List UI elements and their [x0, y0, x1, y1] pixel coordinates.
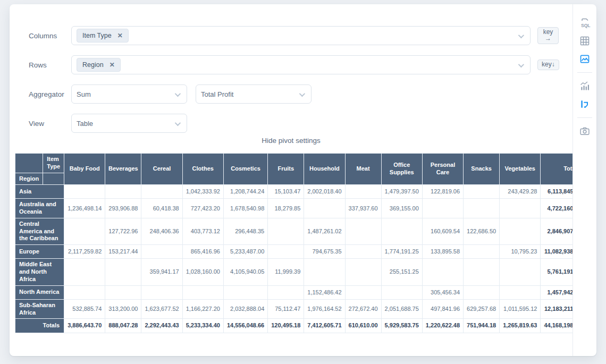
column-total-cell: 5,233,334.40	[182, 319, 223, 333]
column-header: Meat	[345, 154, 381, 185]
rows-key-order-button[interactable]: key↓	[537, 60, 559, 70]
value-cell: 2,051,688.75	[381, 299, 422, 319]
value-cell	[64, 259, 105, 285]
value-cell	[345, 245, 381, 259]
column-total-cell: 2,292,443.43	[141, 319, 182, 333]
row-total-cell: 12,183,211.40	[541, 299, 573, 319]
value-cell	[345, 259, 381, 285]
arrow-right-icon: →	[542, 35, 554, 43]
table-row: Sub-Saharan Africa532,885.74313,200.001,…	[15, 299, 573, 319]
value-cell	[64, 185, 105, 199]
row-header: Europe	[15, 245, 64, 259]
arrow-down-icon: ↓	[552, 61, 555, 68]
value-cell	[304, 259, 345, 285]
rows-tag-label: Region	[82, 61, 104, 69]
value-cell	[345, 185, 381, 199]
table-icon[interactable]	[579, 35, 591, 47]
columns-key-order-button[interactable]: key →	[537, 27, 559, 44]
value-cell: 1,976,164.52	[304, 299, 345, 319]
value-cell	[381, 218, 422, 244]
columns-tag[interactable]: Item Type ✕	[77, 29, 129, 43]
value-cell	[141, 185, 182, 199]
value-cell	[223, 285, 267, 299]
columns-select[interactable]: Item Type ✕	[71, 26, 531, 45]
table-row: Australia and Oceania1,236,498.14293,906…	[15, 199, 573, 218]
value-cell	[422, 259, 463, 285]
totals-row: Totals3,886,643.70888,047.282,292,443.43…	[15, 319, 573, 333]
value-cell: 248,406.36	[141, 218, 182, 244]
column-header: Household	[304, 154, 345, 185]
column-total-cell: 120,495.18	[268, 319, 304, 333]
column-total-cell: 1,220,622.48	[422, 319, 463, 333]
table-row: Central America and the Caribbean127,722…	[15, 218, 573, 244]
value-cell	[141, 245, 182, 259]
view-row: View Table	[29, 114, 573, 133]
sidebar-divider	[577, 117, 592, 118]
value-cell	[464, 199, 500, 218]
pivot-panel: Columns Item Type ✕ key → Rows R	[10, 4, 596, 356]
image-icon[interactable]	[579, 53, 591, 65]
row-header: Middle East and North Africa	[15, 259, 64, 285]
svg-text:SQL: SQL	[581, 23, 590, 28]
chart-icon[interactable]	[579, 80, 591, 92]
row-header: Central America and the Caribbean	[15, 218, 64, 244]
row-header: Australia and Oceania	[15, 199, 64, 218]
camera-icon[interactable]	[579, 125, 591, 137]
rows-row: Rows Region ✕ key↓	[29, 55, 573, 74]
pivot-table-head: Item TypeBaby FoodBeveragesCerealClothes…	[15, 154, 573, 185]
value-cell: 1,208,744.24	[223, 185, 267, 199]
aggregator-field-select[interactable]: Total Profit	[196, 84, 312, 104]
value-cell: 18,279.85	[268, 199, 304, 218]
value-cell: 1,623,677.52	[141, 299, 182, 319]
value-cell	[422, 199, 463, 218]
value-cell: 865,416.96	[182, 245, 223, 259]
row-total-cell: 11,082,938.63	[541, 245, 573, 259]
table-row: Middle East and North Africa359,941.171,…	[15, 259, 573, 285]
rows-tag-remove-icon[interactable]: ✕	[110, 62, 115, 68]
row-total-cell: 2,846,907.85	[541, 218, 573, 244]
value-cell: 127,722.96	[105, 218, 141, 244]
value-cell: 1,774,191.25	[381, 245, 422, 259]
totals-column-header: Totals	[541, 154, 573, 185]
chevron-down-icon	[175, 120, 181, 126]
table-row: Europe2,117,259.82153,217.44865,416.965,…	[15, 245, 573, 259]
pivot-icon[interactable]	[579, 98, 591, 110]
aggregator-select[interactable]: Sum	[71, 84, 187, 104]
column-total-cell: 1,265,819.63	[500, 319, 541, 333]
rows-tag[interactable]: Region ✕	[77, 58, 121, 72]
blank-header-cell	[43, 173, 64, 185]
column-total-cell: 5,929,583.75	[381, 319, 422, 333]
hide-pivot-settings-link[interactable]: Hide pivot settings	[10, 137, 573, 145]
value-cell: 403,773.12	[182, 218, 223, 244]
value-cell: 1,487,261.02	[304, 218, 345, 244]
value-cell	[105, 285, 141, 299]
value-cell: 337,937.60	[345, 199, 381, 218]
value-cell: 122,686.50	[464, 218, 500, 244]
value-cell: 313,200.00	[105, 299, 141, 319]
row-header: Asia	[15, 185, 64, 199]
pivot-settings: Columns Item Type ✕ key → Rows R	[10, 4, 573, 133]
view-select[interactable]: Table	[71, 114, 187, 133]
value-cell: 272,672.40	[345, 299, 381, 319]
pivot-table-container: Item TypeBaby FoodBeveragesCerealClothes…	[15, 153, 573, 333]
columns-tag-remove-icon[interactable]: ✕	[117, 32, 123, 39]
row-axis-label: Region	[15, 173, 43, 185]
value-cell	[464, 259, 500, 285]
row-total-cell: 4,722,160.03	[541, 199, 573, 218]
rows-label: Rows	[29, 61, 71, 69]
sql-icon[interactable]: SQL	[579, 17, 591, 29]
value-cell: 727,423.20	[182, 199, 223, 218]
sidebar-divider	[577, 72, 592, 73]
row-total-cell: 6,113,845.87	[541, 185, 573, 199]
value-cell: 1,678,540.98	[223, 199, 267, 218]
value-cell: 293,906.88	[105, 199, 141, 218]
grand-total-cell: 44,168,198.40	[541, 319, 573, 333]
value-cell	[500, 199, 541, 218]
rows-select[interactable]: Region ✕	[71, 55, 531, 74]
column-total-cell: 14,556,048.66	[223, 319, 267, 333]
value-cell	[345, 285, 381, 299]
column-header: Vegetables	[500, 154, 541, 185]
chevron-down-icon	[175, 91, 181, 97]
rows-key-label: key	[542, 61, 552, 68]
table-row: North America1,152,486.42305,456.341,457…	[15, 285, 573, 299]
